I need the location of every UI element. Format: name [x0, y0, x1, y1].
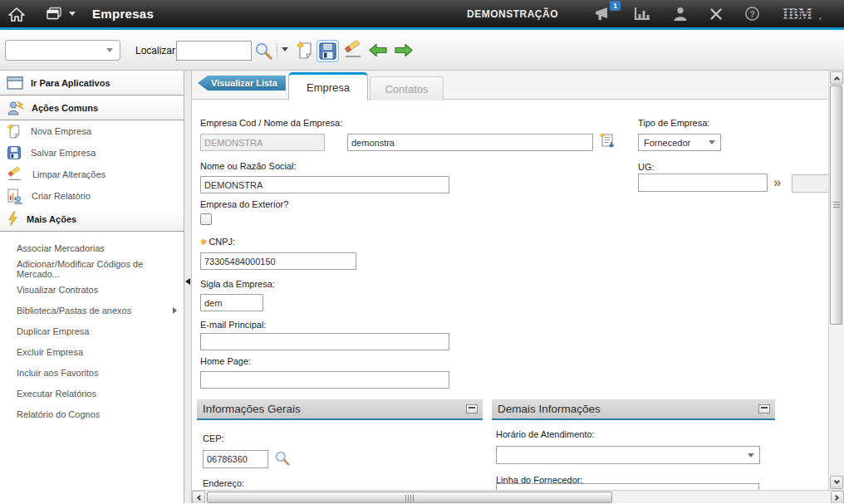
- body-layout: Ir Para Aplicativos Ações Comuns Nova Em…: [0, 71, 844, 503]
- tab-label: Contatos: [385, 83, 428, 95]
- tab-empresa[interactable]: Empresa: [288, 72, 368, 100]
- sidebar-splitter[interactable]: [184, 71, 192, 503]
- tipo-empresa-select[interactable]: Fornecedor: [638, 134, 721, 151]
- visualizar-lista-button[interactable]: Visualizar Lista: [198, 76, 286, 91]
- main-content: Visualizar Lista Empresa Contatos Empres…: [192, 71, 844, 503]
- common-actions-title: Ações Comuns: [32, 103, 98, 113]
- sidebar-item-criar-relatorio[interactable]: Criar Relatório: [0, 185, 184, 207]
- scroll-left-button[interactable]: [192, 491, 205, 503]
- toolbar: Localizar:: [0, 30, 844, 71]
- spacer: [0, 232, 184, 237]
- window-icon: [7, 76, 23, 90]
- section-title: Informações Gerais: [203, 403, 301, 415]
- cep-search-icon[interactable]: [274, 450, 291, 468]
- megaphone-icon[interactable]: 1: [594, 7, 612, 22]
- tipo-empresa-value: Fornecedor: [644, 138, 690, 148]
- razao-social-label: Nome ou Razão Social:: [200, 161, 297, 171]
- sidebar-item-visualizar-contratos[interactable]: Visualizar Contratos: [0, 279, 184, 300]
- toolbar-combobox[interactable]: [5, 40, 120, 61]
- toolbar-separator: [277, 43, 277, 58]
- lookup-empresa-icon[interactable]: [600, 132, 616, 151]
- localizar-input[interactable]: [176, 41, 252, 61]
- tab-contatos[interactable]: Contatos: [370, 76, 444, 100]
- section-demais-informacoes: Demais Informações: [492, 399, 775, 420]
- action-label: Associar Mercadorias: [17, 243, 105, 253]
- horizontal-scroll-thumb[interactable]: [207, 492, 612, 503]
- empresa-nome-input[interactable]: [347, 134, 593, 151]
- tipo-empresa-label: Tipo de Empresa:: [638, 118, 709, 128]
- empresa-cod-label: Empresa Cod / Nome da Empresa:: [200, 118, 342, 128]
- section-title: Demais Informações: [498, 403, 601, 415]
- help-icon[interactable]: ?: [744, 6, 760, 22]
- page-title: Empresas: [92, 7, 154, 21]
- save-icon: [7, 145, 22, 160]
- search-options-caret-icon[interactable]: [282, 47, 288, 51]
- close-icon[interactable]: [709, 7, 723, 21]
- sidebar: Ir Para Aplicativos Ações Comuns Nova Em…: [0, 71, 184, 503]
- collapse-section-icon[interactable]: [758, 404, 770, 413]
- ug-input[interactable]: [638, 174, 768, 192]
- action-label: Visualizar Contratos: [17, 285, 98, 295]
- header-right-group: DEMONSTRAÇÃO 1 ?: [467, 6, 834, 22]
- cep-label: CEP:: [203, 433, 224, 443]
- submenu-arrow-icon: [173, 307, 177, 314]
- home-icon[interactable]: [8, 7, 25, 22]
- sidebar-section-more-actions[interactable]: Mais Ações: [0, 207, 184, 232]
- scroll-up-button[interactable]: [830, 71, 843, 85]
- homepage-input[interactable]: [200, 371, 449, 389]
- required-icon: ✱: [200, 237, 207, 247]
- cep-input[interactable]: [203, 450, 268, 468]
- sidebar-item-duplicar-empresa[interactable]: Duplicar Empresa: [0, 321, 184, 341]
- horizontal-scrollbar[interactable]: [192, 490, 844, 503]
- search-icon[interactable]: [254, 42, 273, 61]
- back-icon[interactable]: [368, 42, 389, 58]
- sigla-input[interactable]: [200, 294, 263, 311]
- sidebar-item-limpar-alteracoes[interactable]: Limpar Alterações: [0, 164, 184, 185]
- sidebar-item-biblioteca-anexos[interactable]: Biblioteca/Pastas de anexos: [0, 300, 184, 321]
- svg-text:IBM: IBM: [783, 6, 812, 22]
- action-label: Duplicar Empresa: [17, 326, 89, 336]
- sidebar-item-excluir-empresa[interactable]: Excluir Empresa: [0, 341, 184, 362]
- sidebar-item-nova-empresa[interactable]: Nova Empresa: [0, 120, 184, 142]
- combobox-caret-icon: [106, 48, 113, 52]
- collapse-section-icon[interactable]: [466, 404, 478, 413]
- empresa-cod-input: [200, 134, 325, 151]
- sidebar-item-salvar-empresa[interactable]: Salvar Empresa: [0, 142, 184, 164]
- sidebar-item-relatorio-cognos[interactable]: Relatório do Cognos: [0, 404, 184, 424]
- vertical-scrollbar[interactable]: [828, 71, 844, 490]
- user-icon[interactable]: [673, 7, 688, 21]
- application-window: Empresas DEMONSTRAÇÃO 1 ?: [0, 0, 844, 504]
- sidebar-item-executar-relatorios[interactable]: Executar Relatórios: [0, 383, 184, 404]
- horario-label: Horário de Atendimento:: [496, 429, 595, 439]
- lightning-icon: [7, 211, 19, 227]
- clear-changes-icon[interactable]: [343, 41, 364, 59]
- sidebar-item-adicionar-codigos[interactable]: Adicionar/Modificar Códigos de Mercado..…: [0, 258, 184, 279]
- sidebar-item-associar-mercadorias[interactable]: Associar Mercadorias: [0, 237, 184, 258]
- sidebar-item-go-to-apps[interactable]: Ir Para Aplicativos: [0, 71, 184, 95]
- save-icon[interactable]: [316, 40, 339, 62]
- action-label: Salvar Empresa: [31, 148, 96, 158]
- scroll-right-button[interactable]: [831, 491, 844, 503]
- horario-select[interactable]: [496, 446, 760, 464]
- new-document-icon[interactable]: [296, 41, 314, 60]
- notification-badge: 1: [610, 1, 621, 11]
- sidebar-section-common-actions[interactable]: Ações Comuns: [0, 95, 184, 120]
- sidebar-item-incluir-favoritos[interactable]: Incluir aos Favoritos: [0, 362, 184, 383]
- action-label: Relatório do Cognos: [17, 409, 100, 419]
- windows-menu-icon[interactable]: [45, 7, 76, 22]
- vertical-scroll-thumb[interactable]: [830, 86, 842, 325]
- homepage-label: Home Page:: [200, 356, 251, 366]
- empresa-exterior-checkbox[interactable]: [200, 213, 212, 225]
- ug-transfer-icon[interactable]: »: [773, 175, 779, 190]
- razao-social-input[interactable]: [200, 176, 449, 193]
- collapse-sidebar-icon[interactable]: [185, 278, 190, 285]
- select-caret-icon: [748, 453, 754, 458]
- ug-label: UG:: [638, 162, 655, 172]
- tab-label: Empresa: [307, 81, 350, 94]
- scroll-down-button[interactable]: [830, 476, 843, 489]
- forward-icon[interactable]: [393, 42, 414, 58]
- cnpj-input[interactable]: [200, 252, 356, 270]
- bar-chart-icon[interactable]: [634, 7, 651, 21]
- windows-menu-caret-icon: [69, 12, 76, 16]
- email-input[interactable]: [200, 333, 449, 350]
